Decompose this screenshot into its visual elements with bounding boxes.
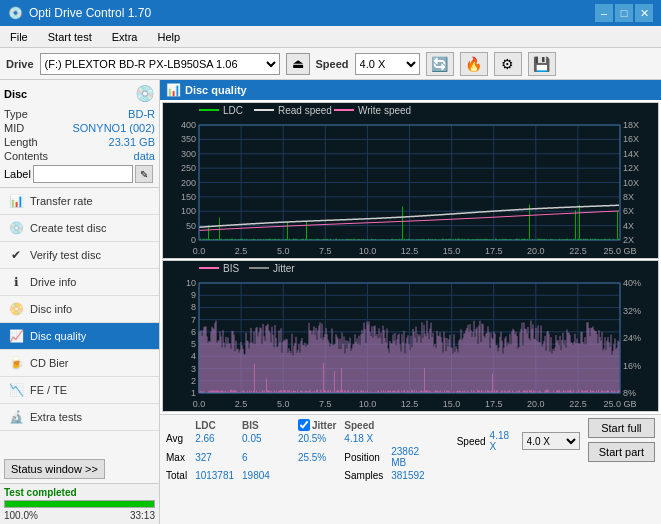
max-ldc: 327: [195, 445, 242, 469]
total-label: Total: [166, 469, 195, 482]
menu-file[interactable]: File: [4, 30, 34, 44]
sidebar-item-label: FE / TE: [30, 384, 67, 396]
start-part-button[interactable]: Start part: [588, 442, 655, 462]
charts-area: [160, 100, 661, 414]
sidebar-item-fe-te[interactable]: 📉 FE / TE: [0, 377, 159, 404]
sidebar-item-label: Disc info: [30, 303, 72, 315]
sidebar: Disc 💿 Type BD-R MID SONYNO1 (002) Lengt…: [0, 80, 160, 524]
cd-bier-icon: 🍺: [8, 355, 24, 371]
disc-quality-icon: 📈: [8, 328, 24, 344]
sidebar-item-label: Verify test disc: [30, 249, 101, 261]
progress-pct: 100.0%: [4, 510, 38, 521]
type-label: Type: [4, 108, 28, 120]
sidebar-item-disc-info[interactable]: 📀 Disc info: [0, 296, 159, 323]
start-full-button[interactable]: Start full: [588, 418, 655, 438]
disc-icon: 💿: [135, 84, 155, 103]
total-ldc: 1013781: [195, 469, 242, 482]
drive-toolbar: Drive (F:) PLEXTOR BD-R PX-LB950SA 1.06 …: [0, 48, 661, 80]
refresh-button[interactable]: 🔄: [426, 52, 454, 76]
mid-value: SONYNO1 (002): [72, 122, 155, 134]
maximize-button[interactable]: □: [615, 4, 633, 22]
settings-button[interactable]: ⚙: [494, 52, 522, 76]
col-bis: BIS: [242, 418, 278, 432]
speed-display-select[interactable]: 4.0 X: [522, 432, 580, 450]
avg-bis: 0.05: [242, 432, 278, 445]
chart-title: Disc quality: [185, 84, 247, 96]
chart-header-icon: 📊: [166, 83, 181, 97]
title-bar: 💿 Opti Drive Control 1.70 – □ ✕: [0, 0, 661, 26]
contents-value: data: [134, 150, 155, 162]
right-content: 📊 Disc quality LDC: [160, 80, 661, 524]
top-chart-wrapper: [162, 102, 659, 259]
disc-panel: Disc 💿 Type BD-R MID SONYNO1 (002) Lengt…: [0, 80, 159, 188]
avg-ldc: 2.66: [195, 432, 242, 445]
type-value: BD-R: [128, 108, 155, 120]
app-title: Opti Drive Control 1.70: [29, 6, 151, 20]
max-label: Max: [166, 445, 195, 469]
length-label: Length: [4, 136, 38, 148]
verify-test-disc-icon: ✔: [8, 247, 24, 263]
avg-speed: 4.18 X: [344, 432, 391, 445]
bottom-chart-wrapper: [162, 260, 659, 412]
sidebar-item-label: Transfer rate: [30, 195, 93, 207]
sidebar-item-transfer-rate[interactable]: 📊 Transfer rate: [0, 188, 159, 215]
transfer-rate-icon: 📊: [8, 193, 24, 209]
position-label: Position: [344, 445, 391, 469]
save-button[interactable]: 💾: [528, 52, 556, 76]
samples-label: Samples: [344, 469, 391, 482]
speed-label: Speed: [316, 58, 349, 70]
sidebar-item-verify-test-disc[interactable]: ✔ Verify test disc: [0, 242, 159, 269]
sidebar-item-cd-bier[interactable]: 🍺 CD Bier: [0, 350, 159, 377]
drive-select[interactable]: (F:) PLEXTOR BD-R PX-LB950SA 1.06: [40, 53, 280, 75]
action-buttons: Start full Start part: [588, 418, 655, 462]
bottom-chart: [163, 261, 658, 411]
mid-label: MID: [4, 122, 24, 134]
status-window-button[interactable]: Status window >>: [4, 459, 105, 479]
minimize-button[interactable]: –: [595, 4, 613, 22]
total-bis: 19804: [242, 469, 278, 482]
sidebar-item-label: Extra tests: [30, 411, 82, 423]
sidebar-item-label: Drive info: [30, 276, 76, 288]
app-icon: 💿: [8, 6, 23, 20]
stats-table: LDC BIS Jitter Speed Avg: [166, 418, 439, 482]
drive-info-icon: ℹ: [8, 274, 24, 290]
sidebar-item-disc-quality[interactable]: 📈 Disc quality: [0, 323, 159, 350]
sidebar-item-create-test-disc[interactable]: 💿 Create test disc: [0, 215, 159, 242]
sidebar-item-label: Create test disc: [30, 222, 106, 234]
speed-select[interactable]: 4.0 X 2.0 X 8.0 X: [355, 53, 420, 75]
burn-button[interactable]: 🔥: [460, 52, 488, 76]
length-value: 23.31 GB: [109, 136, 155, 148]
jitter-label: Jitter: [312, 420, 336, 431]
avg-label: Avg: [166, 432, 195, 445]
status-text: Test completed: [4, 487, 155, 498]
chart-header: 📊 Disc quality: [160, 80, 661, 100]
eject-button[interactable]: ⏏: [286, 53, 310, 75]
close-button[interactable]: ✕: [635, 4, 653, 22]
max-bis: 6: [242, 445, 278, 469]
stats-area: LDC BIS Jitter Speed Avg: [160, 414, 661, 524]
sidebar-item-drive-info[interactable]: ℹ Drive info: [0, 269, 159, 296]
contents-label: Contents: [4, 150, 48, 162]
speed-display-label: Speed: [457, 436, 486, 447]
create-test-disc-icon: 💿: [8, 220, 24, 236]
col-ldc: LDC: [195, 418, 242, 432]
label-input[interactable]: [33, 165, 133, 183]
position-value: 23862 MB: [391, 445, 438, 469]
sidebar-item-label: Disc quality: [30, 330, 86, 342]
menu-extra[interactable]: Extra: [106, 30, 144, 44]
samples-value: 381592: [391, 469, 438, 482]
sidebar-item-extra-tests[interactable]: 🔬 Extra tests: [0, 404, 159, 431]
disc-title: Disc: [4, 88, 27, 100]
extra-tests-icon: 🔬: [8, 409, 24, 425]
label-edit-button[interactable]: ✎: [135, 165, 153, 183]
jitter-checkbox[interactable]: [298, 419, 310, 431]
menu-start-test[interactable]: Start test: [42, 30, 98, 44]
top-chart: [163, 103, 658, 258]
sidebar-item-label: CD Bier: [30, 357, 69, 369]
col-speed: Speed: [344, 418, 391, 432]
fe-te-icon: 📉: [8, 382, 24, 398]
menu-help[interactable]: Help: [151, 30, 186, 44]
progress-bar-inner: [5, 501, 154, 507]
speed-display-value: 4.18 X: [490, 430, 518, 452]
progress-bar-outer: [4, 500, 155, 508]
